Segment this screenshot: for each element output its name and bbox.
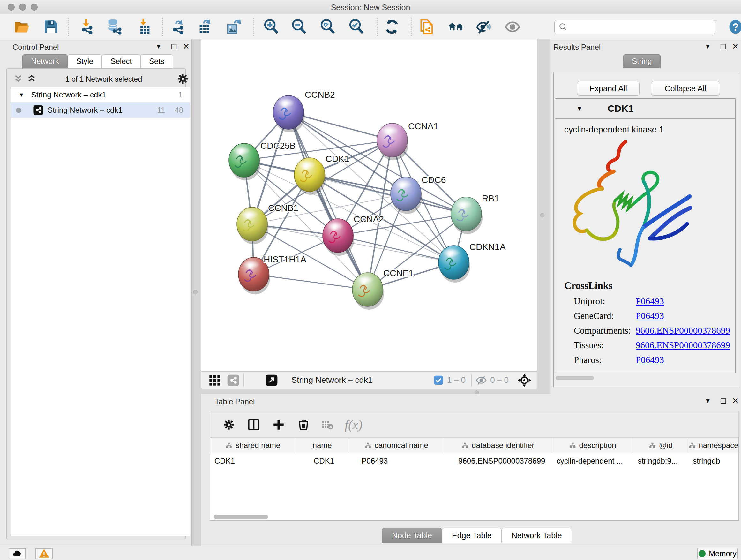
tab-network[interactable]: Network — [22, 54, 68, 68]
crosslink-link[interactable]: 9606.ENSP00000378699 — [636, 340, 730, 351]
hide-selected-icon[interactable] — [475, 18, 492, 36]
results-hscrollbar[interactable] — [556, 376, 594, 380]
results-panel-close-icon[interactable]: ✕ — [732, 42, 739, 51]
table-hscrollbar[interactable] — [214, 515, 268, 519]
import-table-icon[interactable] — [135, 18, 152, 36]
save-session-icon[interactable] — [43, 18, 60, 36]
first-neighbors-icon[interactable] — [448, 18, 465, 36]
network-collection-row[interactable]: ▼ String Network – cdk1 1 — [11, 87, 190, 103]
protein-section-header[interactable]: ▼ CDK1 — [555, 99, 735, 119]
export-network-icon[interactable] — [170, 18, 187, 36]
open-file-icon[interactable] — [13, 18, 30, 36]
export-table-icon[interactable] — [197, 18, 214, 36]
crosslink-link[interactable]: P06493 — [636, 296, 664, 307]
zoom-selected-icon[interactable] — [348, 18, 365, 36]
expand-all-button[interactable]: Expand All — [577, 81, 639, 96]
warning-status-button[interactable] — [36, 548, 53, 559]
network-selector-text: 1 of 1 Network selected — [40, 75, 167, 84]
tab-sets[interactable]: Sets — [140, 54, 173, 68]
memory-button[interactable]: Memory — [697, 548, 738, 559]
right-splitter-handle[interactable] — [540, 213, 544, 217]
protein-node-rb1[interactable]: RB1 — [451, 193, 499, 234]
cloud-status-button[interactable] — [9, 548, 26, 559]
duplicate-network-icon[interactable] — [419, 18, 436, 36]
search-box[interactable] — [554, 20, 716, 34]
node-label-ccnb2: CCNB2 — [305, 90, 335, 100]
section-collapse-icon[interactable]: ▼ — [576, 105, 583, 112]
protein-node-ccnb1[interactable]: CCNB1 — [237, 203, 298, 244]
zoom-in-icon[interactable] — [263, 18, 280, 36]
column-header[interactable]: @id — [633, 438, 688, 453]
show-columns-icon[interactable] — [247, 418, 260, 431]
table-settings-gear-icon[interactable] — [222, 418, 235, 431]
protein-node-ccna1[interactable]: CCNA1 — [377, 121, 439, 160]
zoom-fit-icon[interactable] — [319, 18, 336, 36]
network-canvas[interactable]: CCNB2CCNA1CDC25BCDK1CDC6RB1CCNB1CCNA2CDK… — [201, 39, 537, 371]
expand-all-icon[interactable] — [26, 73, 37, 85]
crosslink-row: Compartments: — [574, 325, 631, 336]
collapse-all-button[interactable]: Collapse All — [651, 81, 720, 96]
network-row[interactable]: String Network – cdk1 11 48 — [11, 103, 190, 118]
table-row[interactable]: CDK1 CDK1 P06493 9606.ENSP00000378699 cy… — [210, 453, 738, 468]
column-header[interactable]: namespace — [688, 438, 738, 453]
export-image-icon[interactable] — [225, 18, 243, 36]
tab-select[interactable]: Select — [102, 54, 140, 68]
node-table[interactable]: shared name name canonical name database… — [210, 438, 739, 521]
protein-node-cdkn1a[interactable]: CDKN1A — [439, 242, 506, 283]
protein-node-cdc6[interactable]: CDC6 — [391, 175, 446, 214]
help-icon[interactable]: ? — [727, 18, 741, 36]
show-all-icon[interactable] — [504, 18, 521, 36]
import-network-file-icon[interactable] — [78, 18, 96, 36]
collection-expand-icon[interactable]: ▼ — [18, 91, 24, 98]
results-panel-float-icon[interactable]: □ — [721, 42, 726, 51]
add-column-icon[interactable] — [272, 418, 285, 431]
crosslink-link[interactable]: P06493 — [636, 355, 664, 365]
memory-status-dot — [698, 550, 705, 557]
column-header[interactable]: canonical name — [348, 438, 444, 453]
birds-eye-icon[interactable] — [517, 373, 532, 388]
collapse-all-icon[interactable] — [13, 73, 23, 85]
crosslink-link[interactable]: 9606.ENSP00000378699 — [636, 325, 730, 336]
search-input[interactable] — [568, 23, 709, 32]
column-header[interactable]: database identifier — [444, 438, 552, 453]
tab-edge-table[interactable]: Edge Table — [442, 528, 502, 543]
crosslink-link[interactable]: P06493 — [636, 311, 664, 321]
table-panel-float-icon[interactable]: □ — [721, 396, 726, 406]
network-view-icon[interactable] — [227, 374, 240, 387]
import-network-database-icon[interactable] — [106, 18, 123, 36]
detach-view-icon[interactable] — [265, 374, 278, 387]
hidden-eye-icon[interactable] — [475, 374, 487, 386]
control-panel-float-icon[interactable]: □ — [172, 42, 177, 51]
tab-string[interactable]: String — [623, 54, 661, 68]
network-type-icon — [33, 105, 44, 116]
table-panel-close-icon[interactable]: ✕ — [732, 396, 739, 406]
selected-checkbox-icon[interactable] — [433, 375, 444, 386]
tab-network-table[interactable]: Network Table — [502, 528, 572, 543]
network-edge[interactable] — [254, 274, 367, 290]
left-splitter-handle[interactable] — [193, 290, 198, 294]
table-header-row: shared name name canonical name database… — [210, 438, 738, 453]
delete-column-icon[interactable] — [297, 418, 310, 431]
protein-node-hist1h1a[interactable]: HIST1H1A — [239, 254, 307, 294]
crosslink-label: Uniprot: — [574, 296, 605, 306]
table-panel-menu-icon[interactable]: ▼ — [704, 397, 711, 405]
crosslink-label: Pharos: — [574, 355, 602, 365]
protein-node-ccnb2[interactable]: CCNB2 — [273, 90, 335, 132]
network-edge[interactable] — [338, 236, 454, 262]
results-panel-menu-icon[interactable]: ▼ — [704, 43, 711, 50]
tab-node-table[interactable]: Node Table — [382, 528, 442, 543]
refresh-icon[interactable] — [383, 18, 401, 36]
column-header[interactable]: shared name — [210, 438, 296, 453]
protein-node-cdk1[interactable]: CDK1 — [294, 154, 349, 195]
collection-label: String Network – cdk1 — [31, 90, 106, 99]
network-options-gear-icon[interactable] — [177, 72, 189, 86]
control-panel-close-icon[interactable]: ✕ — [183, 42, 190, 51]
column-header[interactable]: name — [296, 438, 349, 453]
grid-view-icon[interactable] — [208, 374, 221, 387]
control-panel-menu-icon[interactable]: ▼ — [155, 43, 162, 50]
network-graph[interactable]: CCNB2CCNA1CDC25BCDK1CDC6RB1CCNB1CCNA2CDK… — [201, 39, 537, 372]
column-header[interactable]: description — [552, 438, 633, 453]
tab-style[interactable]: Style — [68, 54, 102, 68]
zoom-out-icon[interactable] — [290, 18, 308, 36]
protein-node-ccne1[interactable]: CCNE1 — [352, 268, 414, 310]
